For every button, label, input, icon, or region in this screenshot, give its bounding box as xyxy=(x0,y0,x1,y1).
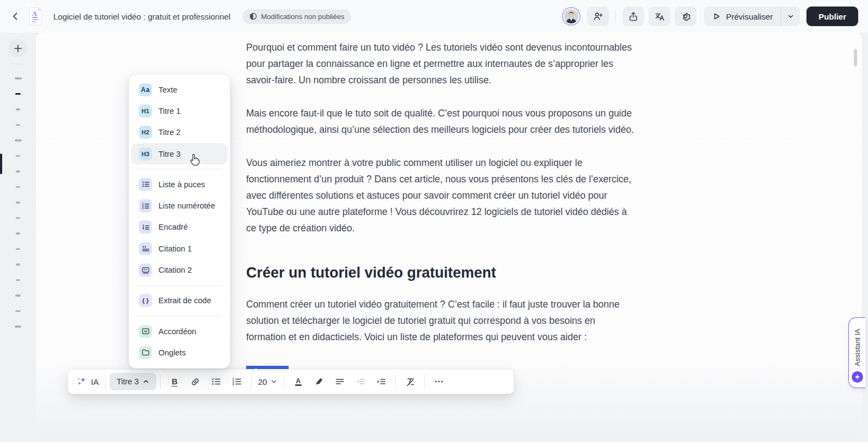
menu-item-accordeon[interactable]: Accordéon xyxy=(131,321,228,342)
avatar[interactable] xyxy=(563,8,579,24)
publish-button[interactable]: Publier xyxy=(806,7,858,26)
paragraph[interactable]: Comment créer un tutoriel vidéo gratuite… xyxy=(246,296,636,345)
section-dash[interactable] xyxy=(15,326,21,328)
menu-separator xyxy=(137,285,222,286)
document-icon: A xyxy=(27,6,44,27)
assistant-tab[interactable]: Assistant IA xyxy=(848,317,865,388)
svg-text:3: 3 xyxy=(233,383,234,386)
page-title: Logiciel de tutoriel vidéo : gratuit et … xyxy=(53,12,230,21)
align-left-icon xyxy=(335,377,345,386)
more-options-button[interactable] xyxy=(429,373,449,390)
highlight-button[interactable] xyxy=(309,373,329,390)
text-color-icon: A xyxy=(294,377,303,386)
tabs-icon xyxy=(139,346,152,359)
section-dash[interactable] xyxy=(16,186,20,188)
menu-item-texte[interactable]: Aa Texte xyxy=(131,79,228,100)
section-dash[interactable] xyxy=(15,294,21,297)
chevron-up-icon xyxy=(143,378,149,385)
back-button[interactable] xyxy=(8,9,23,24)
section-dash[interactable] xyxy=(16,155,20,157)
topbar-divider xyxy=(615,10,616,23)
outdent-button[interactable] xyxy=(350,373,371,390)
menu-separator xyxy=(137,316,222,316)
active-style-indicator xyxy=(0,154,2,174)
assistant-label: Assistant IA xyxy=(853,329,861,366)
text-color-button[interactable]: A xyxy=(288,373,309,390)
ai-button[interactable]: IA xyxy=(74,373,101,390)
menu-item-titre-2[interactable]: H2 Titre 2 xyxy=(131,122,228,143)
section-dash[interactable] xyxy=(15,310,21,312)
indent-icon xyxy=(376,377,386,386)
menu-item-citation-1[interactable]: Citation 1 xyxy=(131,238,228,259)
section-dash[interactable] xyxy=(16,124,20,126)
share-button[interactable] xyxy=(622,7,644,26)
translate-icon xyxy=(654,11,665,22)
section-dash[interactable] xyxy=(16,217,20,219)
add-collaborator-button[interactable] xyxy=(587,7,609,26)
numbered-list-button[interactable]: 123 xyxy=(227,373,247,390)
numbered-list-icon: 123 xyxy=(232,377,242,386)
share-icon xyxy=(628,11,639,22)
menu-item-liste-a-puces[interactable]: Liste à puces xyxy=(131,174,228,195)
text-style-dropdown[interactable]: Titre 3 xyxy=(109,373,156,390)
link-button[interactable] xyxy=(185,373,206,390)
section-dash[interactable] xyxy=(16,201,20,204)
assistant-sparkle-icon xyxy=(852,371,863,383)
section-dash[interactable] xyxy=(16,279,20,281)
section-dash[interactable] xyxy=(15,139,22,142)
quote1-icon xyxy=(139,242,152,255)
rail-divider xyxy=(10,64,26,64)
paragraph[interactable]: Mais encore faut-il que le tuto soit de … xyxy=(246,105,636,138)
bold-button[interactable]: B xyxy=(164,373,185,390)
highlighter-icon xyxy=(314,377,324,386)
preview-button-group: Prévisualiser xyxy=(704,7,800,26)
menu-item-liste-numerotee[interactable]: 123 Liste numérotée xyxy=(131,195,228,216)
section-dash[interactable] xyxy=(15,77,22,79)
section-dash[interactable] xyxy=(16,263,20,266)
preview-button[interactable]: Prévisualiser xyxy=(704,12,781,21)
indent-button[interactable] xyxy=(371,373,392,390)
scrollbar-thumb[interactable] xyxy=(854,49,857,66)
svg-text:A: A xyxy=(296,377,301,385)
translate-button[interactable] xyxy=(649,7,670,26)
section-heading[interactable]: Créer un tutoriel vidéo gratuitement xyxy=(246,263,636,282)
numbered-list-icon: 123 xyxy=(139,199,152,212)
menu-item-titre-1[interactable]: H1 Titre 1 xyxy=(131,100,228,121)
align-button[interactable] xyxy=(329,373,350,390)
topbar: A Logiciel de tutoriel vidéo : gratuit e… xyxy=(0,0,868,33)
chevron-down-icon xyxy=(787,13,794,20)
gear-icon xyxy=(680,11,691,22)
clear-format-button[interactable] xyxy=(400,373,420,390)
section-list xyxy=(0,77,36,341)
section-dash[interactable] xyxy=(16,232,20,235)
link-icon xyxy=(190,377,200,387)
format-toolbar: IA Titre 3 B 123 20 A xyxy=(68,369,514,394)
outdent-icon xyxy=(356,377,365,386)
paragraph[interactable]: Pourquoi et comment faire un tuto vidéo … xyxy=(246,39,636,88)
menu-item-citation-2[interactable]: Citation 2 xyxy=(131,259,228,280)
menu-item-titre-3[interactable]: H3 Titre 3 xyxy=(131,143,228,164)
menu-item-extrait-de-code[interactable]: { } Extrait de code xyxy=(131,290,228,311)
menu-item-encadre[interactable]: Encadré xyxy=(131,217,228,238)
section-dash[interactable] xyxy=(16,170,20,173)
section-dash[interactable] xyxy=(15,93,21,95)
text-style-icon: Aa xyxy=(139,83,152,96)
section-dash[interactable] xyxy=(16,248,20,250)
ellipsis-icon xyxy=(434,377,444,386)
accordion-icon xyxy=(139,325,152,338)
settings-button[interactable] xyxy=(675,7,696,26)
block-type-menu: Aa Texte H1 Titre 1 H2 Titre 2 H3 Titre … xyxy=(129,74,230,369)
svg-text:A: A xyxy=(32,10,37,17)
section-dash[interactable] xyxy=(16,108,20,110)
menu-item-onglets[interactable]: Onglets xyxy=(131,342,228,363)
add-section-button[interactable] xyxy=(9,39,27,58)
heading1-icon: H1 xyxy=(139,105,152,118)
preview-options-button[interactable] xyxy=(781,7,800,26)
font-size-dropdown[interactable]: 20 xyxy=(255,373,280,390)
bullet-list-icon xyxy=(139,178,152,191)
heading3-icon: H3 xyxy=(139,148,152,161)
bullet-list-button[interactable] xyxy=(206,373,227,390)
section-rail xyxy=(0,33,36,442)
status-badge: Modifications non publiées xyxy=(242,9,351,24)
paragraph[interactable]: Vous aimeriez montrer à votre public com… xyxy=(246,155,636,236)
